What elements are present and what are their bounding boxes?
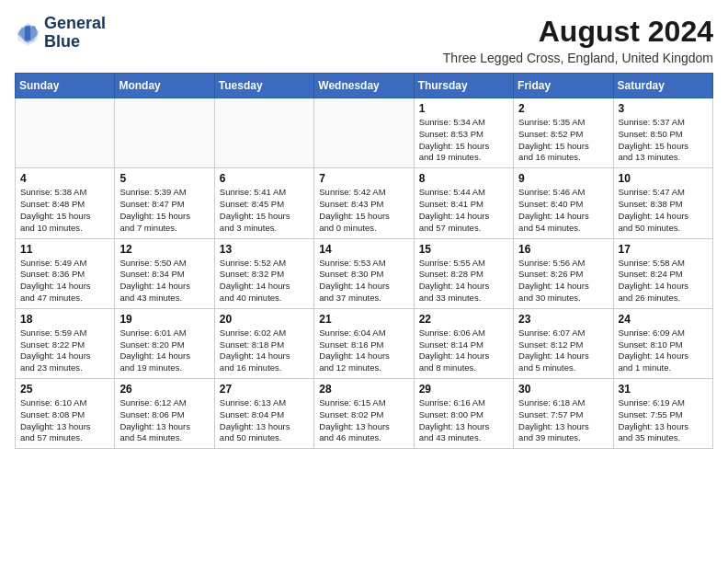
day-number: 11	[20, 243, 109, 256]
calendar-cell: 12Sunrise: 5:50 AM Sunset: 8:34 PM Dayli…	[115, 238, 214, 308]
calendar-cell: 27Sunrise: 6:13 AM Sunset: 8:04 PM Dayli…	[214, 379, 313, 449]
logo: General Blue	[15, 15, 106, 52]
day-number: 20	[220, 313, 309, 326]
calendar-cell: 20Sunrise: 6:02 AM Sunset: 8:18 PM Dayli…	[214, 308, 313, 378]
day-number: 29	[419, 383, 508, 396]
day-info: Sunrise: 5:44 AM Sunset: 8:41 PM Dayligh…	[419, 187, 508, 234]
calendar-cell	[16, 98, 115, 168]
day-number: 17	[619, 243, 708, 256]
weekday-header-saturday: Saturday	[613, 74, 712, 98]
weekday-header-tuesday: Tuesday	[214, 74, 313, 98]
day-info: Sunrise: 5:58 AM Sunset: 8:24 PM Dayligh…	[619, 258, 708, 304]
calendar-cell: 2Sunrise: 5:35 AM Sunset: 8:52 PM Daylig…	[514, 98, 613, 168]
day-number: 28	[319, 383, 408, 396]
day-info: Sunrise: 5:39 AM Sunset: 8:47 PM Dayligh…	[119, 187, 209, 234]
day-info: Sunrise: 6:19 AM Sunset: 7:55 PM Dayligh…	[619, 397, 708, 444]
day-info: Sunrise: 6:16 AM Sunset: 8:00 PM Dayligh…	[419, 397, 508, 444]
calendar-cell: 10Sunrise: 5:47 AM Sunset: 8:38 PM Dayli…	[613, 168, 712, 238]
calendar-cell: 25Sunrise: 6:10 AM Sunset: 8:08 PM Dayli…	[16, 379, 115, 449]
calendar-cell: 7Sunrise: 5:42 AM Sunset: 8:43 PM Daylig…	[314, 168, 414, 238]
day-number: 8	[419, 172, 508, 185]
calendar-week-row: 25Sunrise: 6:10 AM Sunset: 8:08 PM Dayli…	[16, 379, 713, 449]
day-info: Sunrise: 5:34 AM Sunset: 8:53 PM Dayligh…	[419, 117, 508, 164]
weekday-header-monday: Monday	[115, 74, 214, 98]
day-info: Sunrise: 5:52 AM Sunset: 8:32 PM Dayligh…	[220, 258, 309, 304]
day-info: Sunrise: 5:50 AM Sunset: 8:34 PM Dayligh…	[119, 258, 209, 304]
day-number: 22	[419, 313, 508, 326]
day-info: Sunrise: 6:12 AM Sunset: 8:06 PM Dayligh…	[119, 397, 209, 444]
weekday-header-wednesday: Wednesday	[314, 74, 414, 98]
calendar-cell: 18Sunrise: 5:59 AM Sunset: 8:22 PM Dayli…	[16, 308, 115, 378]
calendar-cell: 15Sunrise: 5:55 AM Sunset: 8:28 PM Dayli…	[414, 238, 513, 308]
day-info: Sunrise: 5:46 AM Sunset: 8:40 PM Dayligh…	[518, 187, 608, 234]
day-info: Sunrise: 6:13 AM Sunset: 8:04 PM Dayligh…	[220, 397, 309, 444]
page-header: General Blue August 2024 Three Legged Cr…	[15, 15, 713, 65]
day-info: Sunrise: 5:37 AM Sunset: 8:50 PM Dayligh…	[619, 117, 708, 164]
logo-icon	[15, 20, 40, 46]
calendar-cell	[115, 98, 214, 168]
day-info: Sunrise: 5:35 AM Sunset: 8:52 PM Dayligh…	[518, 117, 608, 164]
calendar-cell: 22Sunrise: 6:06 AM Sunset: 8:14 PM Dayli…	[414, 308, 513, 378]
day-info: Sunrise: 5:56 AM Sunset: 8:26 PM Dayligh…	[518, 258, 608, 304]
day-info: Sunrise: 6:09 AM Sunset: 8:10 PM Dayligh…	[619, 327, 708, 374]
day-number: 30	[518, 383, 608, 396]
day-info: Sunrise: 5:49 AM Sunset: 8:36 PM Dayligh…	[20, 258, 109, 304]
day-number: 19	[119, 313, 209, 326]
calendar-cell: 6Sunrise: 5:41 AM Sunset: 8:45 PM Daylig…	[214, 168, 313, 238]
calendar-week-row: 18Sunrise: 5:59 AM Sunset: 8:22 PM Dayli…	[16, 308, 713, 378]
day-info: Sunrise: 6:01 AM Sunset: 8:20 PM Dayligh…	[119, 327, 209, 374]
calendar-cell	[314, 98, 414, 168]
day-number: 4	[20, 172, 109, 185]
day-info: Sunrise: 6:18 AM Sunset: 7:57 PM Dayligh…	[518, 397, 608, 444]
calendar-cell	[214, 98, 313, 168]
day-info: Sunrise: 5:59 AM Sunset: 8:22 PM Dayligh…	[20, 327, 109, 374]
day-info: Sunrise: 6:15 AM Sunset: 8:02 PM Dayligh…	[319, 397, 408, 444]
weekday-header-sunday: Sunday	[16, 74, 115, 98]
calendar-cell: 21Sunrise: 6:04 AM Sunset: 8:16 PM Dayli…	[314, 308, 414, 378]
calendar-cell: 8Sunrise: 5:44 AM Sunset: 8:41 PM Daylig…	[414, 168, 513, 238]
day-number: 26	[119, 383, 209, 396]
calendar-cell: 1Sunrise: 5:34 AM Sunset: 8:53 PM Daylig…	[414, 98, 513, 168]
calendar-cell: 5Sunrise: 5:39 AM Sunset: 8:47 PM Daylig…	[115, 168, 214, 238]
weekday-header-thursday: Thursday	[414, 74, 513, 98]
calendar-cell: 30Sunrise: 6:18 AM Sunset: 7:57 PM Dayli…	[514, 379, 613, 449]
day-number: 9	[518, 172, 608, 185]
day-number: 24	[619, 313, 708, 326]
day-number: 14	[319, 243, 408, 256]
day-info: Sunrise: 6:02 AM Sunset: 8:18 PM Dayligh…	[220, 327, 309, 374]
calendar-cell: 14Sunrise: 5:53 AM Sunset: 8:30 PM Dayli…	[314, 238, 414, 308]
day-number: 21	[319, 313, 408, 326]
day-info: Sunrise: 5:38 AM Sunset: 8:48 PM Dayligh…	[20, 187, 109, 234]
day-info: Sunrise: 6:06 AM Sunset: 8:14 PM Dayligh…	[419, 327, 508, 374]
calendar-cell: 17Sunrise: 5:58 AM Sunset: 8:24 PM Dayli…	[613, 238, 712, 308]
calendar-cell: 4Sunrise: 5:38 AM Sunset: 8:48 PM Daylig…	[16, 168, 115, 238]
day-info: Sunrise: 6:04 AM Sunset: 8:16 PM Dayligh…	[319, 327, 408, 374]
day-number: 6	[220, 172, 309, 185]
day-number: 2	[518, 102, 608, 115]
day-number: 16	[518, 243, 608, 256]
calendar-cell: 29Sunrise: 6:16 AM Sunset: 8:00 PM Dayli…	[414, 379, 513, 449]
day-number: 18	[20, 313, 109, 326]
month-year: August 2024	[443, 15, 713, 49]
day-info: Sunrise: 5:55 AM Sunset: 8:28 PM Dayligh…	[419, 258, 508, 304]
location: Three Legged Cross, England, United King…	[443, 51, 713, 65]
calendar-cell: 3Sunrise: 5:37 AM Sunset: 8:50 PM Daylig…	[613, 98, 712, 168]
svg-rect-2	[25, 26, 30, 40]
day-info: Sunrise: 5:41 AM Sunset: 8:45 PM Dayligh…	[220, 187, 309, 234]
calendar-week-row: 4Sunrise: 5:38 AM Sunset: 8:48 PM Daylig…	[16, 168, 713, 238]
day-number: 25	[20, 383, 109, 396]
day-info: Sunrise: 6:10 AM Sunset: 8:08 PM Dayligh…	[20, 397, 109, 444]
calendar-cell: 19Sunrise: 6:01 AM Sunset: 8:20 PM Dayli…	[115, 308, 214, 378]
day-number: 10	[619, 172, 708, 185]
calendar-cell: 9Sunrise: 5:46 AM Sunset: 8:40 PM Daylig…	[514, 168, 613, 238]
calendar-cell: 23Sunrise: 6:07 AM Sunset: 8:12 PM Dayli…	[514, 308, 613, 378]
calendar-cell: 26Sunrise: 6:12 AM Sunset: 8:06 PM Dayli…	[115, 379, 214, 449]
calendar-table: SundayMondayTuesdayWednesdayThursdayFrid…	[15, 73, 713, 449]
day-info: Sunrise: 5:42 AM Sunset: 8:43 PM Dayligh…	[319, 187, 408, 234]
calendar-header-row: SundayMondayTuesdayWednesdayThursdayFrid…	[16, 74, 713, 98]
calendar-week-row: 1Sunrise: 5:34 AM Sunset: 8:53 PM Daylig…	[16, 98, 713, 168]
day-number: 1	[419, 102, 508, 115]
day-number: 27	[220, 383, 309, 396]
title-block: August 2024 Three Legged Cross, England,…	[443, 15, 713, 65]
day-number: 15	[419, 243, 508, 256]
